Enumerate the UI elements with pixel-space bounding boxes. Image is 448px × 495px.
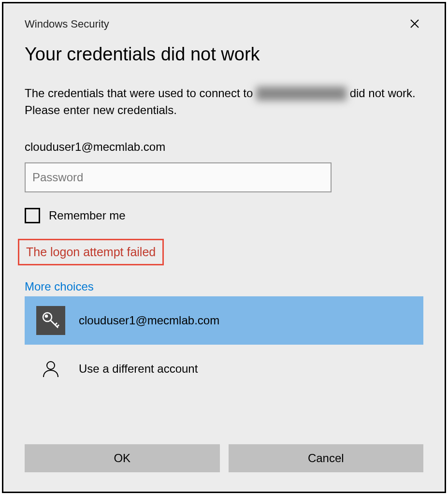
error-message: The logon attempt failed bbox=[26, 245, 156, 259]
windows-security-dialog: Windows Security Your credentials did no… bbox=[2, 2, 446, 493]
dialog-header: Windows Security bbox=[25, 16, 423, 32]
cancel-button[interactable]: Cancel bbox=[229, 444, 424, 472]
remember-me-row: Remember me bbox=[25, 208, 423, 223]
account-option-different[interactable]: Use a different account bbox=[25, 345, 423, 393]
remember-me-label: Remember me bbox=[49, 209, 126, 222]
close-icon[interactable] bbox=[406, 16, 423, 32]
svg-point-7 bbox=[47, 362, 55, 369]
redacted-hostname: ███████████ bbox=[256, 85, 347, 102]
username-label: clouduser1@mecmlab.com bbox=[25, 140, 423, 154]
error-highlight-box: The logon attempt failed bbox=[18, 239, 164, 265]
account-option-label: Use a different account bbox=[79, 362, 198, 376]
account-options-list: clouduser1@mecmlab.com Use a different a… bbox=[25, 296, 423, 393]
more-choices-link[interactable]: More choices bbox=[25, 280, 423, 293]
remember-me-checkbox[interactable] bbox=[25, 208, 40, 223]
description-prefix: The credentials that were used to connec… bbox=[25, 87, 256, 100]
password-input[interactable] bbox=[25, 162, 332, 192]
user-icon bbox=[36, 354, 65, 383]
account-option-current[interactable]: clouduser1@mecmlab.com bbox=[25, 296, 423, 345]
button-row: OK Cancel bbox=[25, 444, 423, 472]
svg-point-3 bbox=[45, 315, 47, 317]
svg-line-6 bbox=[57, 325, 59, 327]
description-text: The credentials that were used to connec… bbox=[25, 85, 423, 119]
page-title: Your credentials did not work bbox=[25, 44, 423, 65]
window-title: Windows Security bbox=[25, 18, 109, 30]
key-icon bbox=[36, 306, 65, 335]
ok-button[interactable]: OK bbox=[25, 444, 220, 472]
svg-line-5 bbox=[55, 323, 57, 325]
account-option-label: clouduser1@mecmlab.com bbox=[79, 314, 219, 327]
